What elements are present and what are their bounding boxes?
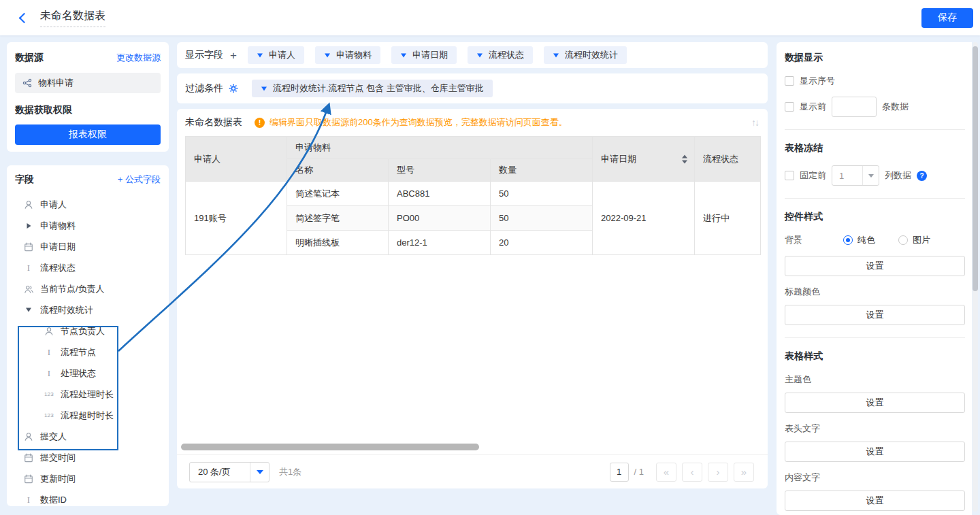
cell-material-name: 明晰插线板: [287, 231, 389, 255]
field-item-data-id[interactable]: I 数据ID: [7, 489, 169, 506]
filter-condition-chip[interactable]: 流程时效统计.流程节点 包含 主管审批、仓库主管审批: [252, 80, 493, 97]
field-item-process-status[interactable]: I 流程状态: [7, 257, 169, 278]
cols-suffix-label: 列数据: [885, 169, 911, 182]
col-header-model[interactable]: 型号: [389, 159, 491, 182]
next-page-button[interactable]: ›: [708, 463, 728, 482]
col-header-date[interactable]: 申请日期: [593, 137, 695, 182]
show-first-label: 显示前: [800, 101, 826, 113]
back-icon[interactable]: [19, 12, 30, 23]
field-item-apply-material[interactable]: 申请物料: [7, 215, 169, 236]
theme-color-set-button[interactable]: 设置: [785, 393, 965, 413]
radio-solid-color[interactable]: 纯色: [843, 234, 875, 246]
field-item-submit-time[interactable]: 提交时间: [7, 447, 169, 468]
filter-settings-gear-icon[interactable]: [229, 84, 238, 93]
caret-down-icon: [250, 463, 269, 482]
sort-order-icon[interactable]: ↑↓: [751, 117, 758, 128]
text-icon: I: [23, 495, 34, 504]
col-header-name[interactable]: 名称: [287, 159, 389, 182]
field-item-process-node[interactable]: I 流程节点: [7, 342, 169, 363]
caret-down-icon: [324, 52, 331, 59]
add-display-field-button[interactable]: +: [230, 50, 237, 61]
header-row-1: 申请人 申请物料 申请日期 流程状态: [186, 137, 761, 159]
sort-icon[interactable]: [682, 154, 687, 163]
datasource-item[interactable]: 物料申请: [15, 73, 161, 93]
datasource-card: 数据源 更改数据源 物料申请 数据获取权限 报表权限: [7, 42, 169, 152]
field-item-update-time[interactable]: 更新时间: [7, 468, 169, 489]
freeze-heading: 表格冻结: [785, 142, 965, 154]
change-datasource-link[interactable]: 更改数据源: [116, 52, 161, 64]
field-item-process-duration[interactable]: 123 流程处理时长: [7, 384, 169, 405]
col-header-status[interactable]: 流程状态: [695, 137, 761, 182]
field-chip-applicant[interactable]: 申请人: [248, 46, 304, 64]
last-page-button[interactable]: »: [734, 463, 754, 482]
background-set-button[interactable]: 设置: [785, 256, 965, 276]
window-scrollbar-thumb[interactable]: [973, 46, 978, 291]
field-item-applicant[interactable]: 申请人: [7, 194, 169, 215]
content-text-set-button[interactable]: 设置: [785, 491, 965, 511]
cell-date: 2022-09-21: [593, 182, 695, 255]
user-icon: [23, 200, 34, 210]
field-item-apply-date[interactable]: 申请日期: [7, 236, 169, 257]
calendar-icon: [23, 242, 34, 252]
col-header-material-group[interactable]: 申请物料: [287, 137, 593, 159]
save-button[interactable]: 保存: [921, 8, 973, 28]
page-size-select[interactable]: 20 条/页: [189, 462, 270, 482]
cell-material-name: 简述签字笔: [287, 206, 389, 231]
field-chip-process-time-stats[interactable]: 流程时效统计: [544, 46, 627, 64]
field-item-handle-status[interactable]: I 处理状态: [7, 363, 169, 384]
field-item-current-node-owner[interactable]: 当前节点/负责人: [7, 278, 169, 299]
number-icon: 123: [44, 413, 54, 418]
calendar-icon: [23, 453, 34, 463]
header-text-label: 表头文字: [785, 422, 965, 435]
style-settings-panel: 数据显示 显示序号 显示前 条数据 表格冻结 固定前 1 列数据 ? 控件样式 …: [777, 42, 972, 515]
show-index-checkbox[interactable]: [785, 76, 794, 86]
field-item-process-time-stats[interactable]: 流程时效统计: [7, 299, 169, 320]
cell-material-model: PO00: [389, 206, 491, 231]
freeze-columns-checkbox[interactable]: [785, 171, 794, 180]
show-index-label: 显示序号: [800, 75, 835, 87]
caret-down-icon: [257, 52, 263, 59]
table-style-heading: 表格样式: [785, 350, 965, 363]
page-title[interactable]: 未命名数据表: [40, 9, 105, 27]
users-icon: [23, 284, 34, 294]
col-header-quantity[interactable]: 数量: [491, 159, 593, 182]
field-item-node-owner[interactable]: 节点负责人: [7, 320, 169, 342]
title-color-set-button[interactable]: 设置: [785, 305, 965, 325]
text-icon: I: [23, 263, 34, 272]
warning-icon: !: [255, 118, 265, 128]
background-label: 背景: [785, 234, 838, 246]
topbar: 未命名数据表 保存: [0, 0, 980, 35]
cell-material-model: ABC881: [389, 182, 491, 206]
display-fields-label: 显示字段: [185, 49, 223, 61]
cell-status: 进行中: [695, 182, 761, 255]
radio-selected-icon: [843, 235, 853, 245]
help-icon[interactable]: ?: [917, 171, 927, 181]
field-chip-apply-material[interactable]: 申请物料: [315, 46, 380, 64]
data-display-heading: 数据显示: [785, 52, 965, 64]
fields-heading: 字段: [15, 173, 34, 186]
field-item-submitter[interactable]: 提交人: [7, 426, 169, 447]
cell-applicant: 191账号: [186, 182, 287, 255]
total-count: 共1条: [279, 466, 301, 478]
header-text-set-button[interactable]: 设置: [785, 442, 965, 462]
horizontal-scrollbar-thumb[interactable]: [181, 444, 479, 450]
first-page-button[interactable]: «: [656, 463, 676, 482]
col-header-applicant[interactable]: 申请人: [186, 137, 287, 182]
divider: [785, 337, 965, 338]
show-first-checkbox[interactable]: [785, 102, 794, 112]
field-list: 申请人 申请物料 申请日期 I 流程状态 当前节点/负责人 流程时效统计 节点负…: [7, 194, 169, 506]
datasource-name: 物料申请: [38, 77, 74, 89]
field-item-process-overtime[interactable]: 123 流程超时时长: [7, 405, 169, 426]
field-chip-process-status[interactable]: 流程状态: [468, 46, 533, 64]
current-page-input[interactable]: 1: [610, 463, 629, 482]
caret-down-icon: [23, 307, 34, 313]
radio-image[interactable]: 图片: [898, 234, 930, 246]
field-chip-apply-date[interactable]: 申请日期: [391, 46, 457, 64]
row-limit-input[interactable]: [832, 97, 877, 117]
filter-label: 过滤条件: [185, 82, 223, 95]
report-permission-button[interactable]: 报表权限: [15, 124, 161, 145]
add-formula-field-link[interactable]: + 公式字段: [118, 173, 161, 186]
freeze-count-select[interactable]: 1: [832, 165, 879, 186]
widget-style-heading: 控件样式: [785, 211, 965, 223]
prev-page-button[interactable]: ‹: [682, 463, 702, 482]
